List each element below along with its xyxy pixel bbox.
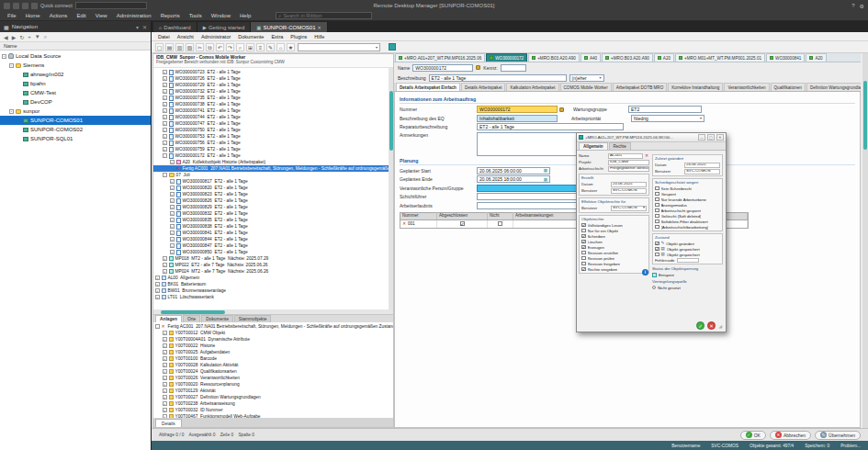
expander-icon[interactable]: + [163, 331, 167, 335]
nav-tree-item[interactable]: CMW-Test [0, 88, 151, 97]
tree-item[interactable]: + WO300000750 ET2 - alle 1 Tage [153, 127, 389, 133]
toolbar-icon[interactable]: ⌕ [44, 34, 47, 40]
checkbox[interactable] [581, 256, 586, 261]
ende-field[interactable]: 20.06.2025 18:00:00▦ [477, 175, 550, 183]
action-button[interactable]: Abbrechen [770, 431, 811, 440]
name-column-header[interactable]: Name [0, 42, 151, 51]
action-button[interactable]: Übernehmen [815, 431, 861, 440]
expander-icon[interactable]: + [170, 237, 175, 242]
expander-icon[interactable]: + [163, 269, 167, 274]
toolbar-icon[interactable]: ⌕ [236, 43, 244, 51]
expander-icon[interactable]: + [170, 224, 175, 229]
resize-grip[interactable]: ◢ [718, 323, 722, 329]
tree-item[interactable]: + BW01 Brunnenwasseranlage [153, 287, 389, 294]
form-tab[interactable]: Verantwortlichkeiten [724, 83, 769, 91]
tree-item[interactable]: + LT01 Löschwassertank [153, 294, 389, 300]
form-tab[interactable]: Definition Wartungsgrundlagen [806, 83, 861, 91]
expander-icon[interactable]: + [170, 198, 175, 203]
expander-icon[interactable]: + [163, 115, 167, 119]
menu-item[interactable]: Actions [45, 13, 73, 18]
comos-menu-item[interactable]: Hilfe [310, 34, 328, 39]
minimize-icon[interactable]: — [698, 134, 705, 141]
expander-icon[interactable]: + [163, 369, 167, 374]
nav-tree-item[interactable]: bpahn [0, 79, 151, 88]
toolbar-icon[interactable]: ▶ [12, 34, 17, 40]
toolbar-icon[interactable]: ≡ [256, 43, 265, 51]
expander-icon[interactable]: - [155, 324, 160, 329]
expander-icon[interactable]: + [163, 382, 167, 387]
object-tab[interactable]: +MRO.M01+MT_WT.PM.MP001.2025.01 [675, 53, 765, 62]
menu-item[interactable]: View [91, 13, 112, 18]
nav-tree-item[interactable]: DevCOP [0, 97, 151, 107]
nav-tree-item[interactable]: ahrweg/m002 [0, 70, 151, 79]
new-entry-icon[interactable] [13, 3, 19, 9]
toolbar-icon[interactable]: ⌂ [276, 43, 285, 51]
tree-scrollbar-thumb[interactable] [389, 91, 393, 151]
tree-item[interactable]: + WO300000723 ET2 - alle 1 Tage [153, 69, 389, 75]
expander-icon[interactable]: + [155, 295, 160, 299]
navigator-tab[interactable]: Dokumente [201, 315, 233, 322]
expander-icon[interactable]: + [170, 231, 175, 235]
structure-tree-item[interactable]: + Y00T00026 Verantwortlichkeiten [153, 375, 393, 381]
menu-item[interactable]: Edit [72, 13, 90, 18]
object-tab[interactable]: +MRO.B03.A20.A90 [528, 53, 580, 62]
expander-icon[interactable]: + [163, 83, 167, 87]
nav-tree-item[interactable]: SUNPOR-COMOS02 [0, 125, 151, 134]
tree-item[interactable]: + WO300000847 ET2 - alle 1 Tage [153, 242, 389, 249]
structure-tree-item[interactable]: + Y00T00100 Barcode [153, 355, 393, 362]
expander-icon[interactable]: + [163, 102, 167, 107]
toolbar-icon[interactable]: ▤ [165, 43, 174, 51]
close-panel-icon[interactable]: ✕ [142, 24, 147, 30]
nummer-field[interactable]: WO300000172 [477, 106, 558, 113]
tree-item[interactable]: + WO300000741 ET2 - alle 1 Tage [153, 107, 389, 114]
tree-item[interactable]: + WO300000820 ET2 - alle 1 Tage [153, 185, 389, 191]
expander-icon[interactable]: + [170, 160, 175, 164]
dialog-tab[interactable]: Rechte [609, 142, 631, 150]
checkbox[interactable] [581, 251, 586, 255]
navigator-tab[interactable]: Orte [183, 315, 200, 322]
structure-tree-item[interactable]: + Y00T00032 ID Nummer [153, 407, 393, 413]
abgeschlossen-checkbox[interactable] [460, 221, 465, 226]
expander-icon[interactable]: - [163, 173, 167, 177]
expander-icon[interactable]: + [155, 282, 160, 287]
expander-icon[interactable]: + [155, 288, 160, 293]
tree-item[interactable]: - WO300000172 ET2 - alle 1 Tage [153, 152, 389, 159]
expander-icon[interactable]: + [163, 408, 167, 412]
dialog-ok-button[interactable]: ✓ [696, 321, 705, 330]
dialog-name-value[interactable]: AC001 [608, 153, 643, 159]
open-icon[interactable] [22, 3, 28, 9]
expander-icon[interactable]: + [163, 388, 167, 393]
tree-horizontal-thumb[interactable] [161, 310, 225, 314]
help-icon[interactable]: ? [851, 3, 854, 9]
tree-item[interactable]: + MP022 ET2 - alle 7 Tage Nächste: 2025.… [153, 262, 389, 268]
tree-item[interactable]: + WO300000738 ET2 - alle 1 Tage [153, 101, 389, 107]
navigator-tab[interactable]: Anlagen [155, 315, 182, 322]
plugin-icon[interactable] [389, 43, 396, 51]
tree-item[interactable]: + WO300000756 ET2 - alle 1 Tage [153, 140, 389, 146]
tree-item[interactable]: + MP024 MT2 - alle 7 Tage Nächste: 2025.… [153, 268, 389, 275]
tree-item[interactable]: + WO300000744 ET2 - alle 1 Tage [153, 114, 389, 120]
tree-horizontal-scrollbar[interactable] [153, 309, 393, 314]
toolbar-icon[interactable]: ⊞ [246, 43, 254, 51]
structure-tree-item[interactable]: + Y00T00022 Historie [153, 343, 393, 349]
tree-scrollbar[interactable] [389, 68, 393, 309]
name-field[interactable]: WO300000172 [412, 64, 473, 72]
structure-tree-item[interactable]: + Y00T00025 Aufgabendaten [153, 349, 393, 355]
expander-icon[interactable]: + [163, 263, 167, 267]
expander-icon[interactable]: + [163, 134, 167, 139]
toolbar-icon[interactable]: ▢ [155, 43, 163, 51]
form-tab[interactable]: Details Arbeitspaket Einfach [396, 83, 460, 91]
dialog-tab[interactable]: Allgemein [579, 142, 608, 150]
expander-icon[interactable]: + [170, 205, 175, 209]
tree-item[interactable]: + WO300000747 ET2 - alle 1 Tage [153, 120, 389, 127]
expander-icon[interactable]: + [163, 343, 167, 348]
tree-item[interactable]: + WO300000732 ET2 - alle 1 Tage [153, 88, 389, 95]
tree-item[interactable]: + WO300000832 ET2 - alle 1 Tage [153, 210, 389, 217]
structure-tree-item[interactable]: + Y00T00238 Arbeitsanweisung [153, 400, 393, 407]
checkbox[interactable] [581, 262, 586, 266]
document-tab[interactable]: SUNPOR-COMOS01 ✕ [251, 22, 327, 32]
close-icon[interactable]: ✕ [716, 134, 724, 141]
object-tab[interactable]: WO30000841 [766, 53, 805, 62]
checkbox[interactable] [581, 240, 586, 244]
toolbar-icon[interactable]: ▧ [186, 43, 194, 51]
